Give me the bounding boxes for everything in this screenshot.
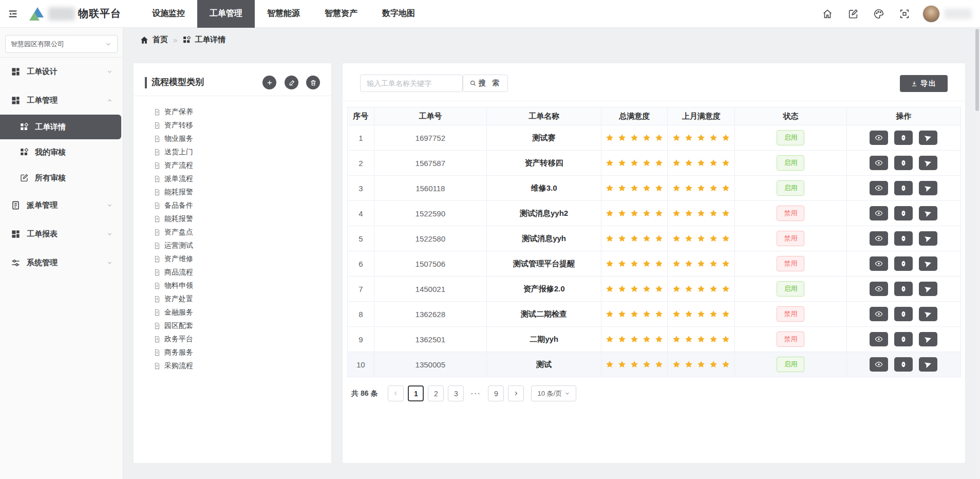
cell-index: 8 bbox=[347, 302, 374, 327]
record-button[interactable] bbox=[894, 156, 913, 170]
nav-tab-4[interactable]: 智慧资产 bbox=[312, 0, 370, 28]
send-button[interactable] bbox=[919, 156, 937, 170]
fullscreen-icon[interactable] bbox=[899, 8, 910, 20]
record-button[interactable] bbox=[894, 256, 913, 271]
send-button[interactable] bbox=[919, 332, 937, 346]
view-button[interactable] bbox=[870, 156, 888, 170]
cell-status: 禁用 bbox=[735, 226, 846, 251]
sidebar-item-1[interactable]: 工单设计 bbox=[0, 57, 123, 86]
send-button[interactable] bbox=[919, 131, 937, 145]
edit-category-button[interactable] bbox=[285, 76, 298, 89]
scrollbar-thumb[interactable] bbox=[975, 29, 979, 111]
palette-icon[interactable] bbox=[873, 8, 884, 20]
view-button[interactable] bbox=[870, 206, 888, 220]
view-button[interactable] bbox=[870, 357, 888, 372]
category-item-11[interactable]: 运营测试 bbox=[154, 239, 193, 252]
category-item-10[interactable]: 资产盘点 bbox=[154, 226, 193, 239]
category-item-8[interactable]: 备品备件 bbox=[154, 199, 193, 212]
search-button[interactable]: 搜 索 bbox=[463, 75, 508, 92]
view-button[interactable] bbox=[870, 256, 888, 271]
category-item-3[interactable]: 物业服务 bbox=[154, 132, 193, 145]
company-selector[interactable]: 智慧园区有限公司 bbox=[5, 35, 118, 53]
category-item-12[interactable]: 资产维修 bbox=[154, 252, 193, 266]
view-button[interactable] bbox=[870, 282, 888, 296]
prev-page-button[interactable] bbox=[388, 385, 404, 401]
page-size-select[interactable]: 10 条/页 bbox=[531, 385, 576, 401]
add-category-button[interactable] bbox=[262, 76, 276, 89]
category-item-18[interactable]: 政务平台 bbox=[154, 333, 193, 346]
cell-index: 10 bbox=[347, 352, 374, 377]
sidebar-item-label: 工单报表 bbox=[27, 229, 58, 239]
record-button[interactable] bbox=[894, 131, 913, 145]
category-item-17[interactable]: 园区配套 bbox=[154, 319, 193, 333]
status-badge: 禁用 bbox=[777, 306, 804, 322]
view-button[interactable] bbox=[870, 131, 888, 145]
category-item-13[interactable]: 商品流程 bbox=[154, 266, 193, 279]
category-item-15[interactable]: 资产处置 bbox=[154, 292, 193, 306]
send-button[interactable] bbox=[919, 206, 937, 220]
sidebar-subitem-1[interactable]: 工单详情 bbox=[0, 115, 121, 139]
send-button[interactable] bbox=[919, 181, 937, 195]
record-button[interactable] bbox=[894, 332, 913, 346]
category-item-5[interactable]: 资产流程 bbox=[154, 159, 193, 172]
search-input[interactable] bbox=[360, 75, 463, 92]
cell-actions bbox=[847, 327, 961, 352]
send-button[interactable] bbox=[919, 357, 937, 372]
chevron-down-icon bbox=[106, 260, 113, 266]
page-button-1[interactable]: 1 bbox=[408, 385, 424, 401]
nav-tab-3[interactable]: 智慧能源 bbox=[255, 0, 312, 28]
breadcrumb-home[interactable]: 首页 bbox=[153, 35, 168, 45]
sidebar-subitem-2[interactable]: 我的审核 bbox=[0, 139, 123, 165]
delete-category-button[interactable] bbox=[306, 76, 320, 89]
category-item-7[interactable]: 能耗报警 bbox=[154, 186, 193, 199]
category-item-4[interactable]: 送货上门 bbox=[154, 145, 193, 159]
nav-tab-1[interactable]: 设施监控 bbox=[140, 0, 197, 28]
grid-diamond-icon bbox=[20, 148, 29, 157]
record-button[interactable] bbox=[894, 357, 913, 372]
nav-tab-5[interactable]: 数字地图 bbox=[370, 0, 427, 28]
home-icon[interactable] bbox=[822, 8, 833, 20]
view-button[interactable] bbox=[870, 231, 888, 246]
record-button[interactable] bbox=[894, 181, 913, 195]
category-item-19[interactable]: 商务服务 bbox=[154, 346, 193, 359]
cell-order-no: 1697752 bbox=[374, 125, 487, 151]
send-button[interactable] bbox=[919, 231, 937, 246]
record-button[interactable] bbox=[894, 206, 913, 220]
page-button-3[interactable]: 3 bbox=[448, 385, 464, 401]
sidebar-item-3[interactable]: 派单管理 bbox=[0, 191, 123, 219]
export-button[interactable]: 导出 bbox=[900, 75, 948, 92]
category-item-20[interactable]: 采购流程 bbox=[154, 359, 193, 373]
send-button[interactable] bbox=[919, 256, 937, 271]
category-item-1[interactable]: 资产保养 bbox=[154, 105, 193, 119]
category-item-16[interactable]: 金融服务 bbox=[154, 306, 193, 319]
category-item-6[interactable]: 派单流程 bbox=[154, 172, 193, 186]
edit-icon[interactable] bbox=[847, 8, 859, 20]
cell-month-rating bbox=[668, 151, 735, 176]
sidebar-item-2[interactable]: 工单管理 bbox=[0, 86, 123, 115]
sidebar-item-5[interactable]: 系统管理 bbox=[0, 248, 123, 277]
collapse-sidebar-icon[interactable] bbox=[7, 8, 18, 20]
category-item-14[interactable]: 物料申领 bbox=[154, 279, 193, 292]
page-button-2[interactable]: 2 bbox=[428, 385, 444, 401]
send-button[interactable] bbox=[919, 282, 937, 296]
page-button-9[interactable]: 9 bbox=[488, 385, 504, 401]
next-page-button[interactable] bbox=[508, 385, 524, 401]
user-avatar[interactable] bbox=[922, 5, 940, 23]
record-button[interactable] bbox=[894, 282, 913, 296]
nav-tab-2[interactable]: 工单管理 bbox=[197, 0, 255, 28]
record-button[interactable] bbox=[894, 307, 913, 321]
record-button[interactable] bbox=[894, 231, 913, 246]
send-button[interactable] bbox=[919, 307, 937, 321]
sidebar-subitem-3[interactable]: 所有审核 bbox=[0, 165, 123, 191]
category-item-2[interactable]: 资产转移 bbox=[154, 119, 193, 132]
pagination-ellipsis[interactable]: ··· bbox=[468, 385, 484, 401]
sidebar-item-4[interactable]: 工单报表 bbox=[0, 219, 123, 248]
view-button[interactable] bbox=[870, 332, 888, 346]
view-button[interactable] bbox=[870, 181, 888, 195]
cell-order-name: 二期yyh bbox=[487, 327, 601, 352]
view-button[interactable] bbox=[870, 307, 888, 321]
star-rating bbox=[672, 360, 730, 369]
cell-month-rating bbox=[668, 251, 735, 277]
chevron-up-icon bbox=[106, 97, 113, 104]
category-item-9[interactable]: 能耗报警 bbox=[154, 212, 193, 226]
